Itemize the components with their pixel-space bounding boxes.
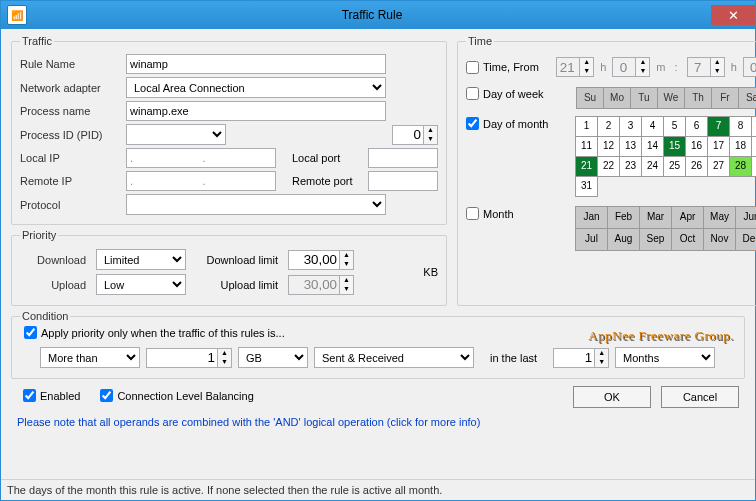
dow-cell[interactable]: Mo (603, 87, 631, 109)
time-legend: Time (466, 35, 494, 47)
close-button[interactable]: ✕ (711, 5, 755, 25)
protocol-select[interactable] (126, 194, 386, 215)
ok-button[interactable]: OK (573, 386, 651, 408)
dow-cell[interactable]: Su (576, 87, 604, 109)
pid-label: Process ID (PID) (20, 129, 120, 141)
remoteip-input[interactable] (126, 171, 276, 191)
note-link[interactable]: Please note that all operands are combin… (17, 416, 745, 428)
month-cell[interactable]: Oct (671, 228, 704, 251)
dom-cell[interactable]: 11 (575, 136, 598, 157)
dom-cell[interactable]: 31 (575, 176, 598, 197)
dom-cell[interactable]: 2 (597, 116, 620, 137)
dow-cell[interactable]: We (657, 87, 685, 109)
dom-cell[interactable]: 5 (663, 116, 686, 137)
month-checkbox[interactable]: Month (466, 207, 566, 220)
spin-down-icon[interactable]: ▼ (423, 135, 437, 144)
localport-input[interactable] (368, 148, 438, 168)
dow-cell[interactable]: Sa (738, 87, 756, 109)
localip-input[interactable] (126, 148, 276, 168)
m1-spinner[interactable]: ▲▼ (612, 57, 650, 77)
rule-name-label: Rule Name (20, 58, 120, 70)
process-input[interactable] (126, 101, 386, 121)
remoteport-input[interactable] (368, 171, 438, 191)
dom-cell[interactable]: 22 (597, 156, 620, 177)
dom-cell[interactable]: 25 (663, 156, 686, 177)
rule-name-input[interactable] (126, 54, 386, 74)
dom-cell[interactable]: 28 (729, 156, 752, 177)
apply-checkbox[interactable]: Apply priority only when the traffic of … (24, 326, 285, 339)
dom-cell[interactable]: 24 (641, 156, 664, 177)
dom-cell[interactable]: 4 (641, 116, 664, 137)
h1-spinner[interactable]: ▲▼ (556, 57, 594, 77)
dialog-body: Traffic Rule Name Network adapter Local … (1, 29, 755, 479)
dom-cell[interactable]: 16 (685, 136, 708, 157)
dom-cell[interactable]: 26 (685, 156, 708, 177)
dom-cell[interactable]: 23 (619, 156, 642, 177)
month-cell[interactable]: Feb (607, 206, 640, 229)
dow-cell[interactable]: Th (684, 87, 712, 109)
m2-spinner[interactable]: ▲▼ (743, 57, 756, 77)
month-cell[interactable]: Aug (607, 228, 640, 251)
month-cell[interactable]: Jun (735, 206, 756, 229)
dllimit-spinner[interactable]: ▲▼ (288, 250, 354, 270)
unit-select[interactable]: GB (238, 347, 308, 368)
dom-cell[interactable]: 1 (575, 116, 598, 137)
month-cell[interactable]: Jan (575, 206, 608, 229)
month-cell[interactable]: Apr (671, 206, 704, 229)
month-cell[interactable]: Jul (575, 228, 608, 251)
dom-cell[interactable]: 27 (707, 156, 730, 177)
priority-group: Priority Download Limited Download limit… (11, 229, 447, 306)
spin-up-icon[interactable]: ▲ (423, 126, 437, 135)
localport-label: Local port (292, 152, 362, 164)
dom-cell[interactable]: 12 (597, 136, 620, 157)
condition-legend: Condition (20, 310, 70, 322)
titlebar: 📶 Traffic Rule ✕ (1, 1, 755, 29)
traffic-group: Traffic Rule Name Network adapter Local … (11, 35, 447, 225)
dom-cell[interactable]: 29 (751, 156, 756, 177)
month-cell[interactable]: Nov (703, 228, 736, 251)
month-cell[interactable]: May (703, 206, 736, 229)
dom-cell[interactable]: 9 (751, 116, 756, 137)
month-cell[interactable]: Sep (639, 228, 672, 251)
dom-cell[interactable]: 21 (575, 156, 598, 177)
dow-checkbox[interactable]: Day of week (466, 87, 566, 100)
inlast-unit-select[interactable]: Months (615, 347, 715, 368)
app-icon: 📶 (7, 5, 27, 25)
month-cell[interactable]: Dec (735, 228, 756, 251)
cmp-select[interactable]: More than (40, 347, 140, 368)
dom-cell[interactable]: 14 (641, 136, 664, 157)
month-cell[interactable]: Mar (639, 206, 672, 229)
dow-cell[interactable]: Tu (630, 87, 658, 109)
dllimit-label: Download limit (192, 254, 282, 266)
window-title: Traffic Rule (33, 8, 711, 22)
ul-select[interactable]: Low (96, 274, 186, 295)
month-grid: JanFebMarAprMayJunJulAugSepOctNovDec (576, 207, 756, 251)
timefrom-checkbox[interactable]: Time, From (466, 61, 539, 74)
process-label: Process name (20, 105, 120, 117)
condval-spinner[interactable]: ▲▼ (146, 348, 232, 368)
adapter-label: Network adapter (20, 82, 120, 94)
condition-group: Condition AppNee Freeware Group. Apply p… (11, 310, 745, 379)
dom-cell[interactable]: 15 (663, 136, 686, 157)
dl-select[interactable]: Limited (96, 249, 186, 270)
pid-spinner[interactable]: ▲▼ (392, 125, 438, 145)
dom-cell[interactable]: 3 (619, 116, 642, 137)
ullimit-label: Upload limit (192, 279, 282, 291)
dom-cell[interactable]: 18 (729, 136, 752, 157)
cancel-button[interactable]: Cancel (661, 386, 739, 408)
dom-cell[interactable]: 7 (707, 116, 730, 137)
pid-select[interactable] (126, 124, 226, 145)
dom-cell[interactable]: 13 (619, 136, 642, 157)
window: 📶 Traffic Rule ✕ Traffic Rule Name Netwo… (0, 0, 756, 501)
dom-cell[interactable]: 8 (729, 116, 752, 137)
dom-cell[interactable]: 17 (707, 136, 730, 157)
kb-label: KB (423, 266, 438, 278)
dom-checkbox[interactable]: Day of month (466, 117, 566, 130)
h2-spinner[interactable]: ▲▼ (687, 57, 725, 77)
dir-select[interactable]: Sent & Received (314, 347, 474, 368)
dom-cell[interactable]: 6 (685, 116, 708, 137)
adapter-select[interactable]: Local Area Connection (126, 77, 386, 98)
dow-cell[interactable]: Fr (711, 87, 739, 109)
dom-cell[interactable]: 19 (751, 136, 756, 157)
inlast-spinner[interactable]: ▲▼ (553, 348, 609, 368)
